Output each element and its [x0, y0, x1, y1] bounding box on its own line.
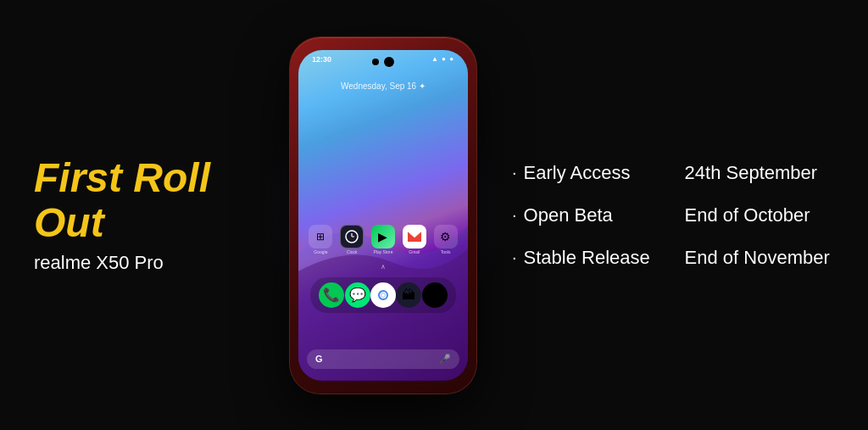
svg-point-5 — [381, 293, 385, 297]
camera-cutout — [372, 57, 394, 67]
rollout-item-3: · Stable Release End of November — [512, 247, 834, 269]
tools-icon: ⚙ — [434, 225, 458, 249]
phone-screen-container: 12:30 ▲ ● ● Wednesday, Sep 16 ✦ — [298, 50, 468, 381]
apps-row-1: ⊞ Google Clock ▶ Play S — [305, 225, 461, 254]
phone-section: 12:30 ▲ ● ● Wednesday, Sep 16 ✦ — [273, 29, 493, 402]
app-gmail: Gmail — [401, 225, 428, 254]
phone-outer: 12:30 ▲ ● ● Wednesday, Sep 16 ✦ — [290, 37, 476, 394]
phone-date: Wednesday, Sep 16 ✦ — [298, 77, 468, 92]
google-logo: G — [315, 354, 323, 364]
phone-app-icon: 📞 — [319, 282, 344, 308]
search-bar[interactable]: G 🎤 — [307, 349, 459, 369]
clock: 12:30 — [312, 55, 331, 64]
rollout-label-1: Early Access — [524, 162, 685, 184]
mic-icon: 🎤 — [439, 354, 451, 365]
rollout-label-3: Stable Release — [524, 247, 685, 269]
phone-screen: 12:30 ▲ ● ● Wednesday, Sep 16 ✦ — [298, 50, 468, 381]
dock-row: 📞 💬 🏔 ⬤ — [310, 277, 456, 313]
playstore-icon: ▶ — [371, 225, 395, 249]
device-name: realme X50 Pro — [34, 252, 164, 274]
apps-area: ⊞ Google Clock ▶ Play S — [298, 225, 468, 313]
bullet-2: · — [512, 205, 517, 225]
app-google: ⊞ Google — [307, 225, 334, 254]
rollout-label-2: Open Beta — [524, 204, 685, 226]
app-clock: Clock — [338, 225, 365, 254]
app-playstore: ▶ Play Store — [370, 225, 397, 254]
rollout-item-1: · Early Access 24th September — [512, 162, 834, 184]
camera-icon: ⬤ — [422, 282, 448, 308]
google-icon: ⊞ — [309, 225, 332, 249]
camera-hole-small — [372, 59, 379, 65]
left-section: First Roll Out realme X50 Pro — [34, 156, 254, 275]
rollout-date-3: End of November — [685, 247, 830, 269]
app-tools: ⚙ Tools — [432, 225, 459, 254]
camera-hole-large — [384, 57, 394, 67]
status-icons: ▲ ● ● — [431, 55, 454, 63]
rollout-date-1: 24th September — [685, 162, 818, 184]
page-indicator: ∧ — [305, 263, 461, 271]
chrome-icon — [370, 282, 396, 308]
messages-icon: 💬 — [345, 282, 370, 308]
main-container: First Roll Out realme X50 Pro 12:30 ▲ ● … — [0, 0, 868, 430]
bullet-3: · — [512, 248, 517, 267]
page-title: First Roll Out — [34, 156, 254, 246]
date-text: Wednesday, Sep 16 ✦ — [341, 81, 426, 91]
maps-icon: 🏔 — [396, 282, 421, 308]
right-section: · Early Access 24th September · Open Bet… — [512, 162, 834, 269]
rollout-item-2: · Open Beta End of October — [512, 204, 834, 226]
gmail-icon — [403, 225, 426, 249]
bullet-1: · — [512, 163, 517, 182]
clock-app-icon — [340, 225, 364, 249]
rollout-date-2: End of October — [685, 204, 810, 226]
